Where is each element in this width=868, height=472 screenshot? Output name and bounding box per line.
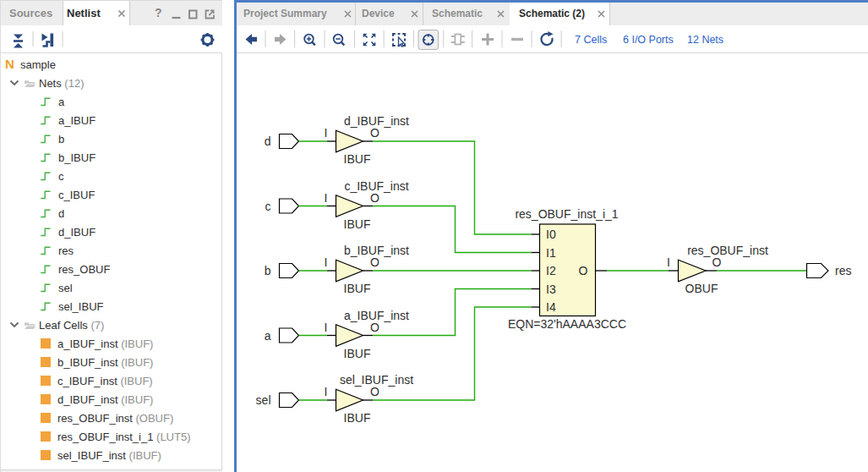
svg-text:EQN=32'hAAAA3CCC: EQN=32'hAAAA3CCC [508, 317, 626, 331]
svg-text:d_IBUF_inst: d_IBUF_inst [344, 114, 409, 128]
svg-text:IBUF: IBUF [344, 152, 371, 166]
svg-text:sel_IBUF_inst: sel_IBUF_inst [340, 373, 413, 387]
svg-text:a: a [265, 329, 271, 343]
svg-text:I2: I2 [546, 264, 556, 277]
svg-text:c: c [265, 200, 271, 213]
svg-text:I: I [325, 385, 328, 398]
svg-text:IBUF: IBUF [344, 411, 371, 425]
svg-text:O: O [712, 255, 722, 269]
svg-text:I3: I3 [546, 283, 556, 296]
svg-text:a_IBUF_inst: a_IBUF_inst [344, 309, 409, 322]
svg-text:I: I [667, 255, 670, 269]
svg-text:O: O [579, 264, 588, 277]
svg-text:res_OBUF_inst_i_1: res_OBUF_inst_i_1 [515, 207, 618, 221]
svg-text:res_OBUF_inst: res_OBUF_inst [687, 244, 768, 257]
svg-text:I4: I4 [546, 300, 556, 314]
svg-text:O: O [370, 126, 379, 140]
svg-text:I: I [325, 126, 328, 140]
svg-text:IBUF: IBUF [344, 282, 371, 295]
svg-text:sel: sel [256, 393, 271, 407]
svg-text:O: O [370, 191, 379, 205]
svg-text:I0: I0 [546, 228, 556, 241]
svg-text:c_IBUF_inst: c_IBUF_inst [344, 179, 408, 193]
svg-text:b_IBUF_inst: b_IBUF_inst [344, 244, 409, 257]
svg-text:O: O [370, 385, 379, 398]
svg-text:I: I [325, 255, 328, 269]
svg-text:O: O [370, 255, 379, 269]
svg-text:b: b [265, 264, 271, 277]
svg-text:d: d [265, 134, 271, 148]
svg-text:I1: I1 [546, 246, 556, 260]
svg-text:OBUF: OBUF [685, 282, 718, 295]
svg-text:res: res [835, 264, 851, 277]
svg-text:O: O [370, 321, 379, 334]
svg-text:IBUF: IBUF [344, 347, 371, 360]
svg-text:IBUF: IBUF [344, 217, 371, 231]
svg-text:I: I [325, 321, 328, 334]
svg-text:I: I [325, 191, 328, 205]
